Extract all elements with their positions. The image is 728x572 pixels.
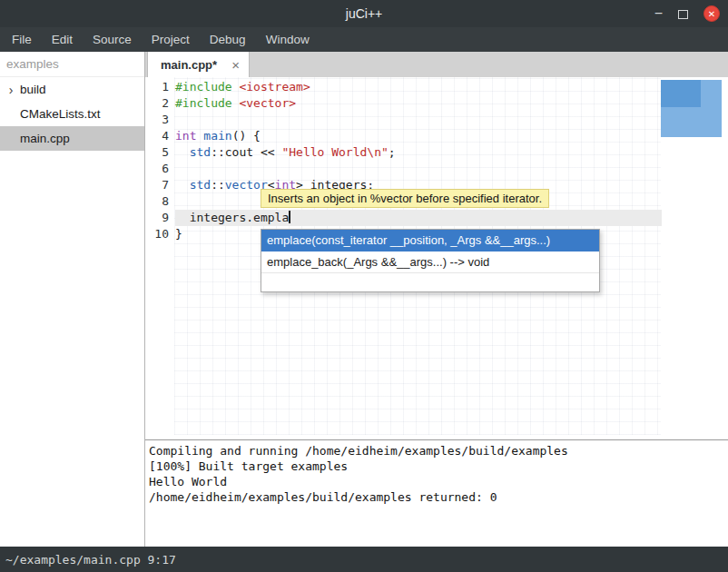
output-line: Compiling and running /home/eidheim/exam… bbox=[149, 443, 728, 459]
line-number: 3 bbox=[145, 112, 175, 128]
line-number: 2 bbox=[145, 95, 175, 112]
window-title: juCi++ bbox=[0, 0, 728, 27]
minimize-button[interactable]: − bbox=[654, 0, 663, 27]
menu-source[interactable]: Source bbox=[83, 27, 142, 52]
code-area: 1#include <iostream>2#include <vector>34… bbox=[145, 79, 728, 242]
autocomplete-popup: emplace(const_iterator __position, _Args… bbox=[261, 229, 600, 292]
menu-window[interactable]: Window bbox=[256, 27, 320, 52]
output-line: /home/eidheim/examples/build/examples re… bbox=[149, 489, 728, 505]
doc-tooltip: Inserts an object in %vector before spec… bbox=[261, 189, 549, 208]
output-line: [100%] Built target examples bbox=[149, 459, 728, 474]
code-line[interactable]: 1#include <iostream> bbox=[145, 79, 728, 95]
tab-label: main.cpp* bbox=[161, 58, 217, 72]
tab-close-icon[interactable]: × bbox=[231, 58, 240, 72]
line-number: 5 bbox=[145, 144, 175, 161]
chevron-right-icon[interactable]: › bbox=[4, 83, 18, 97]
maximize-button[interactable] bbox=[678, 10, 688, 19]
sidebar-item-label: build bbox=[20, 83, 46, 96]
file-tree: ›buildCMakeLists.txtmain.cpp bbox=[0, 77, 144, 151]
line-number: 6 bbox=[145, 161, 175, 177]
sidebar-item-label: CMakeLists.txt bbox=[20, 107, 101, 121]
build-output-panel: Compiling and running /home/eidheim/exam… bbox=[145, 439, 728, 547]
autocomplete-item[interactable]: emplace(const_iterator __position, _Args… bbox=[261, 230, 599, 251]
line-number: 9 bbox=[145, 210, 175, 226]
code-text: std::cout << "Hello World\n"; bbox=[175, 144, 662, 161]
sidebar-item-cmakelists-txt[interactable]: CMakeLists.txt bbox=[0, 102, 144, 126]
minimap-viewport[interactable] bbox=[661, 80, 701, 107]
statusbar-file-position: ~/examples/main.cpp 9:17 bbox=[5, 553, 176, 567]
line-number: 10 bbox=[145, 226, 175, 242]
code-line[interactable]: 2#include <vector> bbox=[145, 95, 728, 112]
menubar: FileEditSourceProjectDebugWindow bbox=[0, 27, 728, 52]
line-number: 8 bbox=[145, 193, 175, 210]
code-line[interactable]: 3 bbox=[145, 112, 728, 128]
code-text: integers.empla bbox=[175, 210, 662, 226]
line-number: 7 bbox=[145, 177, 175, 193]
line-number: 4 bbox=[145, 128, 175, 144]
code-line[interactable]: 9 integers.empla bbox=[145, 210, 728, 226]
menu-edit[interactable]: Edit bbox=[42, 27, 83, 52]
sidebar-item-label: main.cpp bbox=[20, 132, 70, 145]
sidebar-item-main-cpp[interactable]: main.cpp bbox=[0, 126, 144, 151]
statusbar: ~/examples/main.cpp 9:17 bbox=[0, 547, 728, 572]
juci-window: juCi++ − ✕ FileEditSourceProjectDebugWin… bbox=[0, 0, 728, 572]
titlebar: juCi++ − ✕ bbox=[0, 0, 728, 27]
tab-main-cpp[interactable]: main.cpp* × bbox=[147, 52, 250, 77]
autocomplete-item[interactable]: emplace_back(_Args &&__args...) --> void bbox=[261, 251, 599, 273]
code-text: int main() { bbox=[175, 128, 662, 144]
output-line: Hello World bbox=[149, 474, 728, 489]
code-line[interactable]: 6 bbox=[145, 161, 728, 177]
code-line[interactable]: 4int main() { bbox=[145, 128, 728, 144]
line-number: 1 bbox=[145, 79, 175, 95]
menu-debug[interactable]: Debug bbox=[200, 27, 256, 52]
text-cursor bbox=[289, 211, 290, 223]
code-editor[interactable]: 1#include <iostream>2#include <vector>34… bbox=[145, 77, 728, 439]
project-name-header: examples bbox=[0, 52, 144, 77]
code-text bbox=[175, 112, 662, 128]
code-text: #include <vector> bbox=[175, 95, 662, 112]
code-text bbox=[175, 161, 662, 177]
menu-file[interactable]: File bbox=[2, 27, 42, 52]
sidebar-item-build[interactable]: ›build bbox=[0, 77, 144, 102]
menu-project[interactable]: Project bbox=[142, 27, 200, 52]
code-text: #include <iostream> bbox=[175, 79, 662, 95]
file-explorer-sidebar: examples ›buildCMakeLists.txtmain.cpp bbox=[0, 52, 145, 547]
minimap-scrollbar[interactable] bbox=[661, 80, 722, 137]
code-line[interactable]: 5 std::cout << "Hello World\n"; bbox=[145, 144, 728, 161]
tab-bar: main.cpp* × bbox=[145, 52, 728, 77]
close-button[interactable]: ✕ bbox=[703, 5, 720, 22]
window-controls: − ✕ bbox=[654, 0, 720, 27]
